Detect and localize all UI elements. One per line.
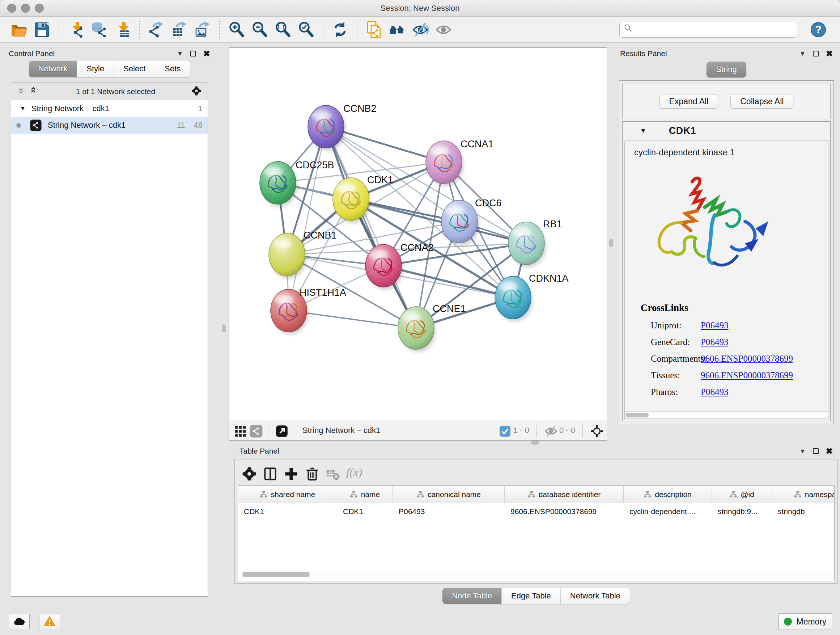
panel-close-icon[interactable]: ✖ (203, 50, 210, 58)
table-cell[interactable]: stringdb (772, 503, 835, 520)
panel-float-icon[interactable] (190, 51, 196, 57)
export-image-button[interactable] (191, 19, 214, 40)
network-edge-CCNB2-HIST1H1A[interactable] (289, 127, 326, 310)
column-header-shared-name[interactable]: shared name (238, 486, 337, 503)
right-splitter-handle[interactable] (609, 239, 613, 247)
network-overview-icon[interactable] (249, 424, 262, 437)
cloud-status-button[interactable] (9, 614, 30, 629)
expand-all-networks-icon[interactable] (28, 86, 40, 98)
column-header-canonical-name[interactable]: canonical name (393, 486, 505, 503)
network-node-CCNA1[interactable] (426, 141, 464, 187)
collapse-all-button[interactable]: Collapse All (730, 94, 793, 109)
open-session-button[interactable] (7, 19, 30, 40)
left-splitter-handle[interactable] (222, 325, 226, 333)
network-node-RB1[interactable] (508, 222, 546, 268)
protein-section-header[interactable]: ▼ CDK1 (622, 122, 830, 141)
crosslink-tissues[interactable]: 9606.ENSP00000378699 (701, 371, 793, 380)
table-row[interactable]: CDK1CDK1P064939606.ENSP00000378699cyclin… (238, 503, 835, 520)
column-header-database-identifier[interactable]: database identifier (505, 486, 624, 503)
expand-all-button[interactable]: Expand All (660, 94, 718, 109)
table-cell[interactable]: CDK1 (238, 503, 337, 520)
collapse-all-networks-icon[interactable] (16, 86, 28, 98)
network-node-CCNE1[interactable] (398, 307, 436, 352)
tab-style[interactable]: Style (77, 61, 114, 77)
crosslink-compartments[interactable]: 9606.ENSP00000378699 (701, 354, 793, 364)
column-header--id[interactable]: @id (712, 486, 772, 503)
refresh-view-button[interactable] (328, 19, 352, 40)
tab-node-table[interactable]: Node Table (442, 588, 502, 604)
warnings-button[interactable] (39, 614, 60, 629)
grid-mode-icon[interactable] (233, 424, 246, 437)
zoom-fit-button[interactable] (271, 19, 294, 40)
column-header-namespace[interactable]: namespace (772, 486, 835, 503)
table-cell[interactable]: CDK1 (337, 503, 393, 520)
crosslink-pharos[interactable]: P06493 (701, 387, 728, 397)
import-network-file-button[interactable] (65, 19, 88, 40)
zoom-out-button[interactable] (248, 19, 271, 40)
show-graphics-details-button[interactable] (432, 19, 455, 40)
table-cell[interactable]: cyclin-dependent ... (624, 503, 712, 520)
tab-sets[interactable]: Sets (155, 61, 190, 77)
network-options-gear-icon[interactable] (191, 86, 203, 98)
help-button[interactable]: ? (807, 19, 830, 40)
tab-select[interactable]: Select (114, 61, 155, 77)
panel-float-icon[interactable] (813, 448, 819, 454)
panel-menu-icon[interactable]: ▼ (799, 51, 806, 57)
network-node-CDC6[interactable] (441, 200, 479, 246)
panel-menu-icon[interactable]: ▼ (799, 448, 806, 454)
section-expander-icon[interactable]: ▼ (640, 127, 646, 135)
zoom-in-button[interactable] (225, 19, 248, 40)
column-header-name[interactable]: name (337, 486, 393, 503)
export-table-button[interactable] (168, 19, 191, 40)
string-home-button[interactable] (386, 19, 409, 40)
panel-close-icon[interactable]: ✖ (826, 447, 833, 455)
toolbar-separator (583, 423, 583, 438)
table-cell[interactable]: stringdb:9... (712, 503, 772, 520)
network-node-CDK1[interactable] (333, 178, 371, 223)
network-node-CCNA2[interactable] (365, 244, 403, 290)
memory-button[interactable]: Memory (778, 613, 832, 630)
show-columns-icon[interactable] (262, 466, 275, 478)
save-session-button[interactable] (30, 19, 54, 40)
table-horizontal-scrollbar[interactable] (241, 571, 831, 578)
network-node-CDC25B[interactable] (260, 162, 298, 207)
detach-view-icon[interactable] (275, 424, 287, 437)
clone-network-button[interactable] (363, 19, 386, 40)
delete-column-icon[interactable] (304, 466, 317, 478)
network-node-CCNB2[interactable] (308, 105, 346, 151)
network-node-CCNB1[interactable] (269, 233, 307, 279)
network-view-panel: CCNB2CCNA1CDC25BCDK1CDC6RB1CCNB1CCNA2CDK… (229, 48, 607, 440)
hidden-items-icon[interactable] (544, 424, 556, 437)
tab-edge-table[interactable]: Edge Table (502, 588, 561, 604)
table-options-gear-icon[interactable] (241, 466, 254, 478)
crosslink-genecard[interactable]: P06493 (701, 337, 728, 347)
table-cell[interactable]: P06493 (393, 503, 505, 520)
network-collection-row[interactable]: ▼ String Network – cdk1 1 (11, 100, 208, 117)
network-row[interactable]: String Network – cdk1 11 48 (11, 117, 208, 134)
network-canvas[interactable]: CCNB2CCNA1CDC25BCDK1CDC6RB1CCNB1CCNA2CDK… (229, 48, 607, 420)
tab-string[interactable]: String (706, 62, 746, 78)
hide-graphics-details-button[interactable] (409, 19, 432, 40)
node-label-CDC6: CDC6 (475, 198, 502, 209)
zoom-selected-button[interactable] (294, 19, 317, 40)
import-network-database-button[interactable] (88, 19, 111, 40)
tab-network-table[interactable]: Network Table (561, 588, 630, 604)
crosslink-uniprot[interactable]: P06493 (701, 320, 728, 331)
panel-float-icon[interactable] (813, 51, 819, 57)
network-node-CDKN1A[interactable] (495, 276, 533, 322)
column-header-description[interactable]: description (624, 486, 712, 503)
search-input[interactable] (638, 25, 793, 34)
panel-close-icon[interactable]: ✖ (826, 50, 833, 58)
panel-menu-icon[interactable]: ▼ (177, 51, 183, 57)
export-network-button[interactable] (145, 19, 168, 40)
birdseye-view-icon[interactable] (590, 424, 602, 437)
node-table: shared namenamecanonical namedatabase id… (238, 486, 835, 581)
tab-network[interactable]: Network (29, 61, 77, 77)
import-table-button[interactable] (111, 19, 134, 40)
results-horizontal-scrollbar[interactable] (625, 411, 828, 418)
bottom-splitter-handle[interactable] (531, 440, 539, 445)
table-cell[interactable]: 9606.ENSP00000378699 (505, 503, 624, 520)
tree-expander-icon[interactable]: ▼ (20, 105, 26, 112)
add-column-icon[interactable] (283, 466, 295, 478)
selected-items-checkbox[interactable] (498, 424, 510, 437)
